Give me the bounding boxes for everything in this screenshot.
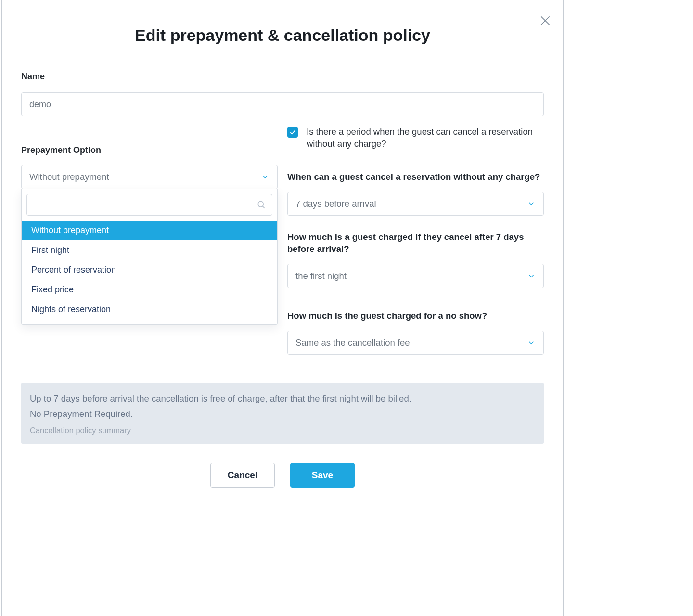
dropdown-search-input[interactable]	[34, 194, 251, 215]
chevron-down-icon	[261, 173, 270, 181]
summary-line-1: Up to 7 days before arrival the cancella…	[30, 393, 535, 404]
no-show-value: Same as the cancellation fee	[295, 338, 410, 348]
name-input[interactable]	[21, 92, 544, 116]
search-icon	[257, 200, 266, 210]
dropdown-option-percent[interactable]: Percent of reservation	[22, 260, 277, 280]
free-cancel-label: Is there a period when the guest can can…	[307, 126, 544, 150]
when-cancel-label: When can a guest cancel a reservation wi…	[287, 171, 544, 183]
late-fee-label: How much is a guest charged if they canc…	[287, 231, 544, 255]
prepayment-dropdown: Without prepayment First night Percent o…	[21, 189, 278, 325]
close-icon[interactable]	[539, 14, 552, 27]
chevron-down-icon	[527, 200, 536, 208]
chevron-down-icon	[527, 272, 536, 280]
dropdown-option-nights[interactable]: Nights of reservation	[22, 300, 277, 319]
save-button[interactable]: Save	[290, 463, 355, 488]
dropdown-search	[26, 194, 272, 216]
name-label: Name	[21, 72, 544, 82]
policy-summary: Up to 7 days before arrival the cancella…	[21, 383, 544, 444]
chevron-down-icon	[527, 339, 536, 347]
summary-caption: Cancellation policy summary	[30, 426, 535, 435]
when-cancel-select[interactable]: 7 days before arrival	[287, 192, 544, 216]
prepayment-selected-value: Without prepayment	[29, 172, 109, 182]
prepayment-label: Prepayment Option	[21, 145, 278, 155]
no-show-label: How much is the guest charged for a no s…	[287, 310, 544, 322]
svg-point-2	[258, 201, 263, 207]
prepayment-select[interactable]: Without prepayment	[21, 165, 278, 189]
dropdown-option-fixed-price[interactable]: Fixed price	[22, 280, 277, 300]
late-fee-select[interactable]: the first night	[287, 264, 544, 288]
modal-edit-policy: Edit prepayment & cancellation policy Na…	[1, 0, 564, 616]
svg-line-3	[263, 206, 265, 208]
when-cancel-value: 7 days before arrival	[295, 199, 376, 209]
cancel-button[interactable]: Cancel	[210, 463, 275, 488]
no-show-select[interactable]: Same as the cancellation fee	[287, 331, 544, 355]
dropdown-option-without-prepayment[interactable]: Without prepayment	[22, 221, 277, 240]
page-title: Edit prepayment & cancellation policy	[2, 0, 563, 45]
free-cancel-checkbox[interactable]	[287, 127, 298, 138]
dropdown-option-first-night[interactable]: First night	[22, 240, 277, 260]
modal-footer: Cancel Save	[2, 449, 563, 501]
late-fee-value: the first night	[295, 271, 346, 281]
summary-line-2: No Prepayment Required.	[30, 409, 535, 419]
